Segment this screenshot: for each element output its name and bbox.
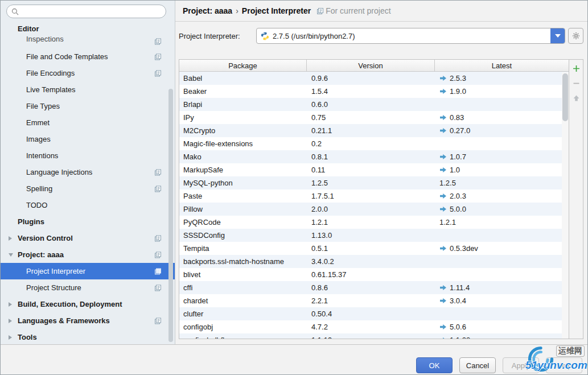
sidebar-item-project-aaaa[interactable]: Project: aaaa — [1, 246, 175, 263]
upgrade-arrow-icon — [439, 127, 447, 134]
package-version: 3.4.0.2 — [307, 257, 435, 266]
sidebar-item-todo[interactable]: TODO — [1, 197, 175, 213]
package-table-body: Babel0.9.62.5.3Beaker1.5.41.9.0Brlapi0.6… — [179, 72, 569, 339]
upgrade-arrow-icon — [439, 206, 447, 212]
package-latest: 1.2.1 — [435, 218, 569, 226]
remove-package-button[interactable] — [569, 77, 583, 89]
chevron-down-icon[interactable] — [9, 253, 13, 257]
sidebar-item-tools[interactable]: Tools — [1, 329, 175, 344]
sidebar-item-language-injections[interactable]: Language Injections — [1, 164, 175, 180]
sidebar-item-project-interpreter[interactable]: Project Interpreter — [1, 263, 175, 279]
add-package-button[interactable] — [569, 62, 583, 75]
sidebar-item-label: Project Structure — [26, 283, 81, 292]
package-row-mako[interactable]: Mako0.8.11.0.7 — [179, 150, 569, 163]
package-row-paste[interactable]: Paste1.7.5.12.0.3 — [179, 189, 569, 203]
package-latest: 1.1.23 — [435, 336, 569, 339]
package-row-backports-ssl-match-hostname[interactable]: backports.ssl-match-hostname3.4.0.2 — [179, 255, 569, 268]
sidebar-item-images[interactable]: Images — [1, 131, 175, 147]
ok-button[interactable]: OK — [416, 357, 453, 373]
column-header-version[interactable]: Version — [307, 60, 435, 71]
sidebar-item-spelling[interactable]: Spelling — [1, 180, 175, 197]
breadcrumb-page[interactable]: Project Interpreter — [242, 6, 311, 15]
package-row-brlapi[interactable]: Brlapi0.6.0 — [179, 98, 569, 111]
latest-version-label: 1.2.5 — [439, 179, 456, 187]
package-name: Mako — [179, 153, 307, 161]
settings-dialog: EditorInspectionsFile and Code Templates… — [0, 0, 588, 375]
chevron-right-icon[interactable] — [9, 236, 12, 241]
sidebar-item-build-execution-deployment[interactable]: Build, Execution, Deployment — [1, 296, 175, 312]
package-row-pillow[interactable]: Pillow2.0.05.0.0 — [179, 203, 569, 216]
sidebar-item-editor[interactable]: Editor — [1, 22, 175, 35]
package-row-blivet[interactable]: blivet0.61.15.37 — [179, 268, 569, 281]
package-row-beaker[interactable]: Beaker1.5.41.9.0 — [179, 85, 569, 98]
package-name: cffi — [179, 283, 307, 292]
package-version: 0.6.0 — [307, 100, 435, 109]
sidebar-scrollbar[interactable] — [168, 89, 173, 342]
sidebar-item-file-and-code-templates[interactable]: File and Code Templates — [1, 48, 175, 65]
chevron-right-icon[interactable] — [9, 302, 12, 307]
package-row-markupsafe[interactable]: MarkupSafe0.111.0 — [179, 163, 569, 176]
package-name: configobj — [179, 323, 307, 331]
package-row-ipy[interactable]: IPy0.750.83 — [179, 111, 569, 124]
settings-search-box[interactable] — [6, 5, 166, 18]
chevron-right-icon[interactable] — [9, 335, 12, 340]
table-scrollbar[interactable] — [562, 72, 569, 339]
package-row-m2crypto[interactable]: M2Crypto0.21.10.27.0 — [179, 124, 569, 137]
sidebar-item-version-control[interactable]: Version Control — [1, 230, 175, 246]
package-latest: 2.5.3 — [435, 74, 569, 83]
upgrade-arrow-icon — [439, 88, 447, 94]
sidebar-item-live-templates[interactable]: Live Templates — [1, 81, 175, 98]
package-version: 4.7.2 — [307, 323, 435, 331]
package-version: 0.75 — [307, 113, 435, 122]
package-row-magic-file-extensions[interactable]: Magic-file-extensions0.2 — [179, 137, 569, 150]
interpreter-dropdown-button[interactable] — [550, 28, 565, 43]
package-name: Babel — [179, 74, 307, 83]
column-header-latest[interactable]: Latest — [435, 60, 569, 71]
upgrade-package-button[interactable] — [569, 92, 583, 104]
upgrade-arrow-icon — [439, 337, 447, 339]
latest-version-label: 2.5.3 — [450, 74, 466, 83]
package-row-tempita[interactable]: Tempita0.5.10.5.3dev — [179, 242, 569, 255]
package-row-sssdconfig[interactable]: SSSDConfig1.13.0 — [179, 229, 569, 242]
package-row-clufter[interactable]: clufter0.50.4 — [179, 307, 569, 320]
chevron-right-icon[interactable] — [9, 319, 12, 323]
package-row-configshell-fb[interactable]: configshell-fb1.1.191.1.23 — [179, 333, 569, 339]
package-row-babel[interactable]: Babel0.9.62.5.3 — [179, 72, 569, 85]
sidebar-item-emmet[interactable]: Emmet — [1, 114, 175, 131]
sidebar-item-inspections[interactable]: Inspections — [1, 35, 175, 48]
package-row-pyqrcode[interactable]: PyQRCode1.2.11.2.1 — [179, 216, 569, 229]
cancel-button[interactable]: Cancel — [459, 357, 496, 373]
package-name: Pillow — [179, 205, 307, 213]
package-latest: 1.2.5 — [435, 179, 569, 187]
breadcrumb: Project: aaaa › Project Interpreter For … — [175, 1, 588, 22]
sidebar-item-intentions[interactable]: Intentions — [1, 147, 175, 164]
latest-version-label: 1.9.0 — [450, 87, 466, 96]
package-version: 1.7.5.1 — [307, 192, 435, 200]
sidebar-item-file-types[interactable]: File Types — [1, 98, 175, 114]
interpreter-settings-button[interactable] — [568, 28, 583, 44]
sidebar-item-label: File Types — [26, 102, 60, 110]
sidebar-item-label: Spelling — [26, 184, 52, 193]
upgrade-arrow-icon — [439, 154, 447, 160]
sidebar-item-project-structure[interactable]: Project Structure — [1, 279, 175, 296]
package-row-configobj[interactable]: configobj4.7.25.0.6 — [179, 320, 569, 333]
sidebar-item-languages-frameworks[interactable]: Languages & Frameworks — [1, 312, 175, 329]
package-name: PyQRCode — [179, 218, 307, 226]
search-input[interactable] — [22, 6, 166, 17]
sidebar-item-label: File and Code Templates — [26, 52, 108, 61]
package-row-cffi[interactable]: cffi0.8.61.11.4 — [179, 281, 569, 294]
apply-button: Apply — [503, 357, 539, 373]
sidebar-item-file-encodings[interactable]: File Encodings — [1, 65, 175, 81]
breadcrumb-project[interactable]: Project: aaaa — [183, 6, 232, 15]
upgrade-arrow-icon — [439, 114, 447, 121]
package-name: Beaker — [179, 87, 307, 96]
table-scrollbar-thumb[interactable] — [562, 73, 568, 121]
package-row-mysql-python[interactable]: MySQL-python1.2.51.2.5 — [179, 176, 569, 189]
settings-sidebar: EditorInspectionsFile and Code Templates… — [1, 1, 175, 344]
interpreter-combobox[interactable]: 2.7.5 (/usr/bin/python2.7) — [256, 28, 565, 44]
package-row-chardet[interactable]: chardet2.2.13.0.4 — [179, 294, 569, 307]
package-latest: 5.0.6 — [435, 323, 569, 331]
column-header-package[interactable]: Package — [179, 60, 307, 71]
table-header: Package Version Latest — [179, 60, 569, 72]
sidebar-item-plugins[interactable]: Plugins — [1, 213, 175, 230]
